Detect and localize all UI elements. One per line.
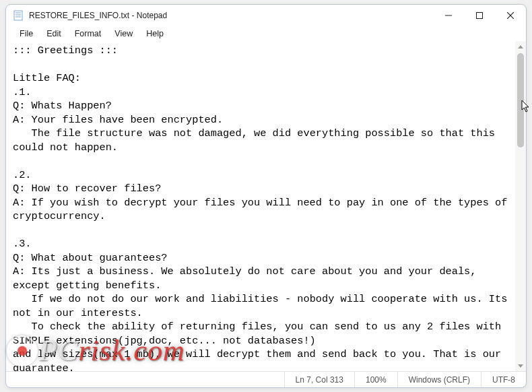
titlebar: RESTORE_FILES_INFO.txt - Notepad [6, 5, 526, 26]
document-icon [13, 10, 24, 21]
window-title: RESTORE_FILES_INFO.txt - Notepad [29, 11, 433, 20]
scroll-up-arrow[interactable] [515, 41, 526, 52]
window-controls [433, 5, 526, 26]
svg-marker-8 [518, 45, 523, 48]
close-button[interactable] [495, 5, 526, 26]
menu-file[interactable]: File [13, 28, 40, 40]
svg-rect-0 [14, 11, 22, 20]
notepad-window: RESTORE_FILES_INFO.txt - Notepad File Ed… [5, 4, 527, 388]
status-line-endings: Windows (CRLF) [397, 372, 481, 387]
editor-area: ::: Greetings ::: Little FAQ: .1. Q: Wha… [6, 41, 526, 371]
svg-rect-5 [477, 13, 483, 19]
menu-format[interactable]: Format [68, 28, 108, 40]
menu-view[interactable]: View [108, 28, 139, 40]
maximize-button[interactable] [464, 5, 495, 26]
statusbar: Ln 7, Col 313 100% Windows (CRLF) UTF-8 [6, 371, 526, 387]
minimize-button[interactable] [433, 5, 464, 26]
menu-edit[interactable]: Edit [40, 28, 68, 40]
menubar: File Edit Format View Help [6, 26, 526, 41]
svg-marker-9 [518, 364, 523, 368]
scroll-down-arrow[interactable] [515, 360, 526, 371]
status-position: Ln 7, Col 313 [284, 372, 354, 387]
status-blank [6, 372, 284, 387]
text-content[interactable]: ::: Greetings ::: Little FAQ: .1. Q: Wha… [6, 41, 515, 371]
status-zoom: 100% [354, 372, 397, 387]
status-encoding: UTF-8 [481, 372, 526, 387]
vertical-scrollbar[interactable] [515, 41, 526, 371]
menu-help[interactable]: Help [139, 28, 170, 40]
scrollbar-thumb[interactable] [517, 53, 524, 148]
